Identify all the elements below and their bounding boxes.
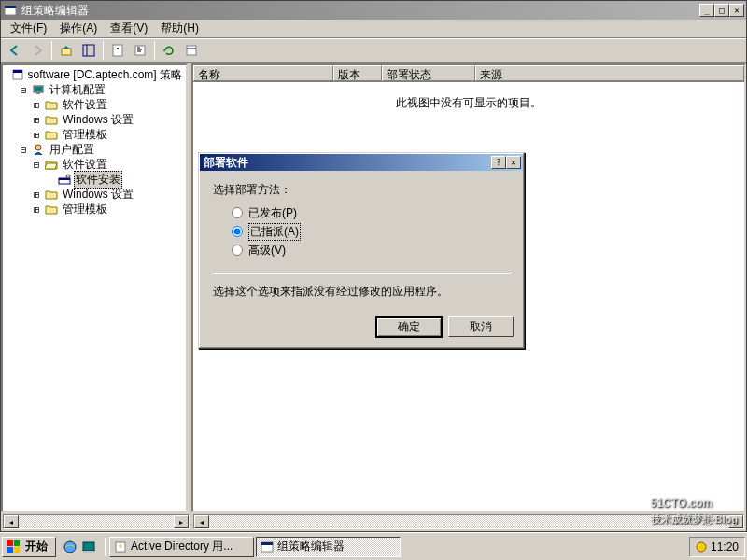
tree-software-install[interactable]: 软件安装	[5, 172, 184, 187]
user-icon	[31, 142, 46, 157]
properties-button[interactable]	[107, 40, 128, 61]
scroll-left-button[interactable]: ◂	[4, 515, 19, 528]
separator	[51, 41, 52, 60]
deployment-method-group: 已发布(P) 已指派(A) 高级(V)	[213, 198, 510, 263]
start-button[interactable]: 开始	[2, 537, 56, 557]
quick-launch	[58, 539, 101, 555]
ad-icon	[114, 540, 127, 553]
svg-rect-24	[83, 542, 94, 551]
column-source[interactable]: 来源	[475, 65, 744, 81]
separator	[154, 41, 155, 60]
menu-view[interactable]: 查看(V)	[105, 19, 153, 38]
separator	[105, 538, 106, 556]
show-hide-tree-button[interactable]	[78, 40, 99, 61]
cancel-button[interactable]: 取消	[448, 316, 514, 337]
ie-icon[interactable]	[62, 539, 78, 555]
system-tray[interactable]: 11:20	[689, 537, 745, 557]
deploy-software-dialog: 部署软件 ? ✕ 选择部署方法： 已发布(P) 已指派(A) 高级(V) 选择这…	[198, 152, 525, 349]
tree-admin-templates-1[interactable]: ⊞管理模板	[5, 127, 184, 142]
toolbar	[1, 38, 746, 63]
svg-rect-20	[14, 540, 20, 546]
svg-rect-21	[7, 547, 13, 553]
app-icon	[3, 3, 18, 18]
folder-icon	[44, 127, 59, 142]
radio-advanced[interactable]: 高级(V)	[232, 241, 510, 259]
ok-button[interactable]: 确定	[375, 316, 443, 338]
back-button[interactable]	[5, 40, 25, 61]
folder-icon	[44, 202, 59, 217]
svg-point-27	[119, 544, 122, 548]
svg-rect-19	[7, 540, 13, 546]
taskbar-app-2[interactable]: 组策略编辑器	[256, 537, 401, 557]
dialog-button-row: 确定 取消	[200, 311, 523, 347]
empty-message: 此视图中没有可显示的项目。	[396, 95, 542, 111]
desktop-icon[interactable]	[80, 539, 97, 555]
tree-admin-templates-2[interactable]: ⊞管理模板	[5, 202, 184, 217]
tree-user-config[interactable]: ⊟用户配置	[5, 142, 184, 157]
svg-rect-8	[187, 46, 196, 55]
divider	[213, 273, 510, 274]
svg-point-30	[697, 542, 706, 552]
menu-help[interactable]: 帮助(H)	[155, 19, 204, 38]
dialog-title: 部署软件	[202, 155, 491, 171]
column-deployment[interactable]: 部署状态	[382, 65, 475, 81]
svg-point-15	[35, 145, 41, 150]
taskbar-app-1[interactable]: Active Directory 用...	[109, 537, 254, 557]
tree-software-settings-1[interactable]: ⊞软件设置	[5, 97, 184, 112]
folder-icon	[44, 112, 59, 127]
tree-computer-config[interactable]: ⊟计算机配置	[5, 82, 184, 97]
menu-bar: 文件(F) 操作(A) 查看(V) 帮助(H)	[1, 20, 746, 38]
svg-rect-22	[14, 547, 20, 553]
window-title: 组策略编辑器	[21, 3, 699, 19]
tree-root[interactable]: software [DC.aptech.com] 策略	[5, 67, 184, 82]
svg-rect-5	[113, 45, 122, 56]
folder-icon	[44, 97, 59, 112]
minimize-button[interactable]: _	[699, 4, 714, 17]
folder-icon	[44, 187, 59, 202]
radio-published[interactable]: 已发布(P)	[232, 203, 510, 222]
svg-point-18	[66, 175, 70, 178]
dialog-description: 选择这个选项来指派没有经过修改的应用程序。	[213, 284, 510, 300]
list-scrollbar[interactable]: ◂ ▸	[193, 514, 744, 529]
dialog-title-bar[interactable]: 部署软件 ? ✕	[200, 154, 523, 171]
windows-logo-icon	[7, 539, 21, 554]
up-button[interactable]	[56, 40, 77, 61]
svg-rect-29	[261, 542, 273, 545]
tree-windows-settings-2[interactable]: ⊞Windows 设置	[5, 187, 184, 202]
scroll-left-button[interactable]: ◂	[194, 515, 209, 528]
close-button[interactable]: ✕	[729, 4, 744, 17]
menu-file[interactable]: 文件(F)	[5, 19, 52, 38]
svg-rect-3	[83, 45, 94, 56]
svg-rect-11	[13, 70, 22, 73]
taskbar: 开始 Active Directory 用... 组策略编辑器 11:20	[0, 532, 747, 560]
tree-view: software [DC.aptech.com] 策略 ⊟计算机配置 ⊞软件设置…	[3, 65, 186, 218]
help-button[interactable]	[181, 40, 202, 61]
gpedit-icon	[261, 540, 274, 553]
tree-pane[interactable]: software [DC.aptech.com] 策略 ⊟计算机配置 ⊞软件设置…	[1, 63, 188, 512]
dialog-help-button[interactable]: ?	[491, 156, 506, 169]
tree-windows-settings-1[interactable]: ⊞Windows 设置	[5, 112, 184, 127]
window-controls: _ □ ✕	[699, 4, 744, 17]
tray-icon[interactable]	[696, 541, 707, 553]
maximize-button[interactable]: □	[714, 4, 729, 17]
separator	[103, 41, 104, 60]
refresh-button[interactable]	[130, 40, 150, 61]
export-list-button[interactable]	[159, 40, 179, 61]
column-version[interactable]: 版本	[333, 65, 382, 81]
installer-icon	[57, 172, 72, 187]
tree-scrollbar[interactable]: ◂ ▸	[3, 514, 190, 529]
column-name[interactable]: 名称	[193, 65, 333, 81]
svg-rect-2	[62, 49, 71, 55]
svg-point-6	[117, 48, 119, 49]
clock: 11:20	[711, 540, 739, 553]
svg-rect-14	[36, 92, 40, 94]
dialog-close-button[interactable]: ✕	[506, 156, 521, 169]
svg-rect-25	[83, 551, 94, 553]
scroll-right-button[interactable]: ▸	[728, 515, 743, 528]
svg-rect-13	[35, 87, 42, 91]
scroll-right-button[interactable]: ▸	[174, 515, 189, 528]
radio-assigned[interactable]: 已指派(A)	[232, 222, 510, 241]
menu-action[interactable]: 操作(A)	[54, 19, 103, 38]
title-bar[interactable]: 组策略编辑器 _ □ ✕	[1, 1, 746, 20]
forward-button	[27, 40, 48, 61]
